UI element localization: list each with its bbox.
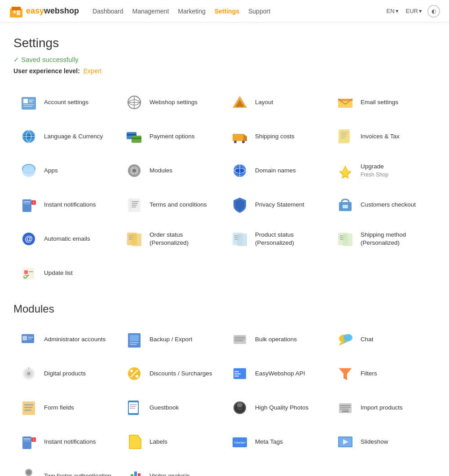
grid-item-order-status[interactable]: Order status (Personalized) — [119, 222, 224, 256]
nav-settings[interactable]: Settings — [215, 8, 239, 15]
grid-item-globe[interactable]: Language & Currency — [13, 119, 119, 154]
grid-item-auto-email[interactable]: @Automatic emails — [13, 222, 119, 256]
grid-item-domain[interactable]: Domain names — [224, 154, 330, 188]
nav-marketing[interactable]: Marketing — [178, 8, 205, 15]
nav-support[interactable]: Support — [248, 8, 270, 15]
grid-item-label: UpgradeFresh Shop — [361, 163, 388, 178]
svg-text:!: ! — [33, 201, 34, 204]
grid-item-modules[interactable]: Modules — [119, 154, 224, 188]
grid-item-webshop[interactable]: Webshop settings — [119, 85, 224, 119]
grid-item-form[interactable]: Form fields — [13, 391, 119, 425]
grid-item-email[interactable]: Email settings — [330, 85, 436, 119]
grid-item-chat[interactable]: Chat — [330, 322, 436, 357]
grid-item-label: Payment options — [150, 132, 195, 141]
svg-rect-80 — [24, 270, 28, 274]
grid-item-photos[interactable]: High Quality Photos — [224, 391, 330, 425]
svg-point-147 — [26, 470, 31, 475]
2fa-icon: 🔑 — [18, 465, 40, 476]
svg-rect-2 — [13, 10, 16, 13]
grid-item-admin[interactable]: Administrator accounts — [13, 322, 119, 357]
grid-item-payment[interactable]: Payment options — [119, 119, 224, 154]
grid-item-upgrade[interactable]: UpgradeFresh Shop — [330, 154, 436, 188]
grid-item-api[interactable]: EasyWebshop API — [224, 357, 330, 391]
svg-point-37 — [22, 168, 35, 177]
grid-item-label: Shipping method (Personalized) — [361, 231, 431, 247]
grid-item-notifications[interactable]: !Instant notifications — [13, 188, 119, 222]
grid-item-slideshow[interactable]: Slideshow — [330, 425, 436, 459]
grid-item-discounts[interactable]: Discounts / Surcharges — [119, 357, 224, 391]
svg-rect-112 — [234, 375, 239, 377]
svg-rect-131 — [340, 407, 351, 408]
lang-chevron-icon: ▾ — [396, 8, 399, 14]
nav-dashboard[interactable]: Dashboard — [92, 8, 123, 15]
svg-rect-123 — [130, 408, 135, 409]
grid-item-notifications[interactable]: !Instant notifications — [13, 425, 119, 459]
ux-level-row: User experience level: Expert — [13, 67, 436, 75]
grid-item-product-status[interactable]: Product status (Personalized) — [224, 222, 330, 256]
grid-item-update-list[interactable]: Update list — [13, 256, 119, 290]
grid-item-bulk[interactable]: Bulk operations — [224, 322, 330, 357]
grid-item-import[interactable]: Import products — [330, 391, 436, 425]
svg-rect-1 — [12, 7, 21, 10]
grid-item-checkout[interactable]: Customers checkout — [330, 188, 436, 222]
shipping-method-icon — [335, 228, 356, 250]
grid-item-label: Product status (Personalized) — [255, 231, 326, 247]
svg-rect-81 — [29, 271, 33, 272]
grid-item-guestbook[interactable]: Guestbook — [119, 391, 224, 425]
svg-rect-44 — [138, 170, 141, 172]
svg-rect-133 — [342, 410, 349, 412]
grid-item-label: Two factor authentication — [44, 472, 111, 476]
svg-rect-58 — [132, 205, 137, 206]
svg-rect-96 — [234, 340, 243, 341]
modules-icon — [123, 160, 145, 181]
grid-item-label: Shipping costs — [255, 132, 295, 141]
logo[interactable]: easywebshop — [9, 4, 79, 18]
guestbook-icon — [123, 397, 145, 419]
backup-icon — [123, 329, 145, 350]
update-list-icon — [18, 262, 40, 284]
grid-item-label: Modules — [150, 167, 172, 175]
svg-rect-43 — [128, 170, 131, 172]
grid-item-label: Bulk operations — [255, 335, 297, 344]
grid-item-label: Update list — [44, 269, 73, 277]
shipping-icon — [229, 126, 251, 147]
svg-point-103 — [27, 372, 31, 375]
grid-item-account[interactable]: Account settings — [13, 85, 119, 119]
top-navigation: easywebshop Dashboard Management Marketi… — [0, 0, 449, 22]
grid-item-metatags[interactable]: <meta>Meta Tags — [224, 425, 330, 459]
grid-item-invoice[interactable]: Invoices & Tax — [330, 119, 436, 154]
grid-item-digital[interactable]: Digital products — [13, 357, 119, 391]
grid-item-visitor[interactable]: Visitor analysis — [119, 459, 224, 476]
grid-item-layout[interactable]: Layout — [224, 85, 330, 119]
language-selector[interactable]: EN ▾ — [384, 7, 400, 15]
grid-item-terms[interactable]: Terms and conditions — [119, 188, 224, 222]
grid-item-labels[interactable]: Labels — [119, 425, 224, 459]
grid-item-filters[interactable]: Filters — [330, 357, 436, 391]
bulk-icon — [229, 329, 251, 350]
grid-item-backup[interactable]: Backup / Export — [119, 322, 224, 357]
svg-rect-25 — [233, 134, 243, 141]
nav-management[interactable]: Management — [132, 8, 169, 15]
nav-right: EN ▾ EUR ▾ ◐ — [384, 5, 440, 18]
grid-item-apps[interactable]: Apps — [13, 154, 119, 188]
grid-item-label: Filters — [361, 370, 377, 378]
svg-rect-128 — [238, 402, 242, 404]
svg-rect-122 — [130, 406, 136, 407]
product-status-icon — [229, 228, 251, 250]
currency-selector[interactable]: EUR ▾ — [404, 7, 424, 15]
grid-item-shipping-method[interactable]: Shipping method (Personalized) — [330, 222, 436, 256]
grid-item-shipping[interactable]: Shipping costs — [224, 119, 330, 154]
grid-item-label: High Quality Photos — [255, 404, 308, 412]
theme-toggle[interactable]: ◐ — [427, 5, 440, 18]
grid-item-privacy[interactable]: Privacy Statement — [224, 188, 330, 222]
svg-rect-24 — [132, 137, 141, 139]
grid-item-2fa[interactable]: 🔑Two factor authentication — [13, 459, 119, 476]
order-status-icon — [123, 228, 145, 250]
grid-item-label: Apps — [44, 167, 58, 175]
svg-rect-153 — [138, 473, 141, 476]
svg-rect-5 — [23, 99, 28, 103]
logo-icon — [9, 4, 23, 18]
form-icon — [18, 397, 40, 419]
svg-point-106 — [130, 370, 133, 372]
svg-marker-49 — [341, 167, 350, 177]
